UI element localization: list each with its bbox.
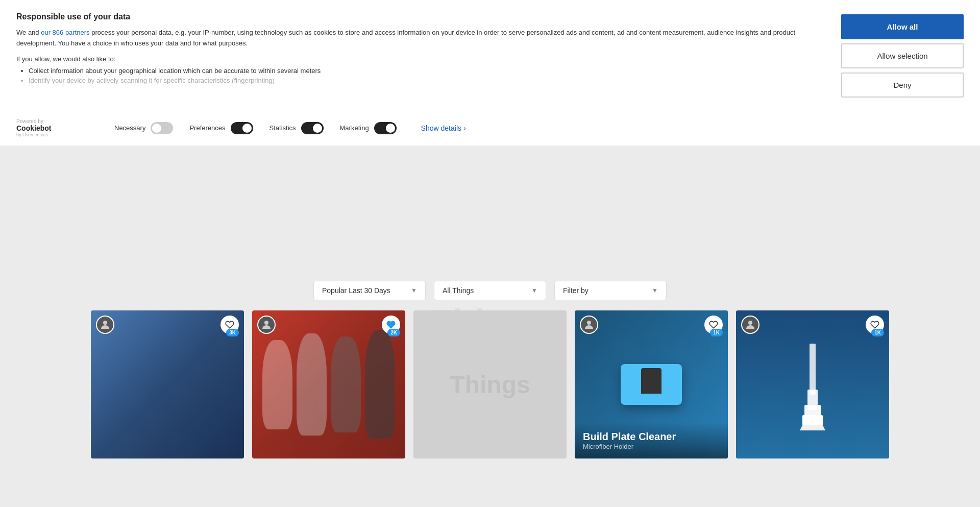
filter-label: Filter by [563, 286, 589, 295]
card-3-placeholder: Things [450, 371, 530, 399]
toggle-track-preferences[interactable] [231, 122, 253, 134]
toggle-label-necessary: Necessary [114, 124, 145, 132]
cookiebot-name: Cookiebot [16, 124, 51, 132]
cookie-if-allow: If you allow, we would also like to: [16, 55, 821, 63]
powered-by-label: Powered by [16, 118, 43, 124]
cookie-bullet-1: Collect information about your geographi… [29, 67, 821, 75]
filter-bar: Popular Last 30 Days ▼ All Things ▼ Filt… [0, 138, 980, 310]
cookie-footer: Powered by Cookiebot by Usercentrics Nec… [0, 110, 980, 146]
toggle-thumb-preferences [242, 124, 252, 133]
category-label: All Things [443, 286, 474, 295]
svg-point-2 [587, 321, 591, 325]
main-content: Things Popular Last 30 Days ▼ All Things… [0, 138, 980, 507]
card-1[interactable]: 3K [91, 310, 244, 458]
card-2-visual [252, 310, 405, 458]
show-details-link[interactable]: Show details › [421, 124, 466, 132]
toggle-track-statistics[interactable] [301, 122, 324, 134]
cookiebot-logo: Powered by Cookiebot by Usercentrics [16, 118, 98, 137]
cookie-bullet-2: Identify your device by actively scannin… [29, 77, 821, 84]
svg-rect-6 [802, 415, 823, 425]
helmet-4 [365, 330, 395, 439]
cookie-bullets-list: Collect information about your geographi… [16, 67, 821, 84]
card-1-count-badge: 3K [226, 329, 239, 336]
card-4-avatar [580, 316, 598, 334]
card-4[interactable]: 1K Build Plate Cleaner Microfiber Holder [575, 310, 728, 458]
cookie-actions: Allow all Allow selection Deny [841, 12, 964, 98]
toggle-marketing[interactable] [374, 122, 397, 134]
toggle-preferences[interactable] [231, 122, 253, 134]
cookie-desc-pre: We and [16, 29, 41, 36]
toggle-statistics[interactable] [301, 122, 324, 134]
card-5[interactable]: 1K [736, 310, 889, 458]
toggle-label-statistics: Statistics [270, 124, 296, 132]
filter-select[interactable]: Filter by ▼ [554, 281, 667, 300]
toggle-group-preferences: Preferences [189, 122, 253, 134]
card-5-count-badge: 1K [871, 329, 884, 336]
build-plate-pad [621, 364, 682, 405]
card-1-avatar [96, 316, 114, 334]
cookiebot-logo-box: Powered by Cookiebot by Usercentrics [16, 118, 51, 137]
sort-chevron-icon: ▼ [411, 287, 417, 294]
saturn-v-svg [797, 339, 828, 430]
ship-parts-grid [154, 353, 181, 416]
allow-all-button[interactable]: Allow all [841, 14, 964, 39]
toggle-thumb-statistics [313, 124, 322, 133]
cookie-content: Responsible use of your data We and our … [16, 12, 841, 86]
helmet-3 [331, 336, 361, 432]
toggle-group-marketing: Marketing [340, 122, 397, 134]
svg-marker-7 [800, 425, 825, 430]
cookie-description: We and our 866 partners process your per… [16, 28, 821, 49]
card-2[interactable]: 2K [252, 310, 405, 458]
card-3: Things [413, 310, 567, 458]
cookie-desc-post: process your personal data, e.g. your IP… [16, 29, 795, 47]
card-5-visual [736, 310, 889, 458]
card-4-overlay: Build Plate Cleaner Microfiber Holder [575, 422, 728, 458]
helmet-1 [262, 340, 292, 429]
svg-point-8 [748, 321, 752, 325]
filter-chevron-icon: ▼ [652, 287, 658, 294]
partners-link[interactable]: our 866 partners [41, 29, 89, 36]
card-2-avatar [257, 316, 276, 334]
category-select[interactable]: All Things ▼ [434, 281, 546, 300]
toggle-thumb-necessary [152, 124, 161, 133]
toggle-necessary[interactable] [151, 122, 173, 134]
category-chevron-icon: ▼ [531, 287, 537, 294]
toggle-track-marketing[interactable] [374, 122, 397, 134]
cookie-title: Responsible use of your data [16, 12, 821, 21]
card-1-visual [91, 310, 244, 458]
show-details-label: Show details [421, 124, 461, 132]
toggle-label-marketing: Marketing [340, 124, 369, 132]
cards-grid: 3K 2K Things [0, 310, 980, 458]
card-5-avatar [741, 316, 760, 334]
toggle-group-statistics: Statistics [270, 122, 324, 134]
svg-rect-3 [810, 344, 816, 395]
helmet-2 [297, 333, 327, 436]
sort-select[interactable]: Popular Last 30 Days ▼ [313, 281, 426, 300]
toggle-thumb-marketing [386, 124, 395, 133]
cookiebot-sub: by Usercentrics [16, 132, 48, 137]
toggle-group-necessary: Necessary [114, 122, 173, 134]
card-4-count-badge: 1K [710, 329, 723, 336]
svg-point-1 [264, 321, 268, 325]
card-4-subtitle: Microfiber Holder [583, 443, 720, 450]
toggle-label-preferences: Preferences [189, 124, 225, 132]
chevron-right-icon: › [463, 124, 466, 132]
toggle-track-necessary[interactable] [151, 122, 173, 134]
allow-selection-button[interactable]: Allow selection [841, 43, 964, 68]
svg-point-0 [103, 321, 107, 325]
card-2-count-badge: 2K [387, 329, 400, 336]
card-4-title: Build Plate Cleaner [583, 430, 720, 443]
sort-label: Popular Last 30 Days [322, 286, 390, 295]
deny-button[interactable]: Deny [841, 73, 964, 98]
